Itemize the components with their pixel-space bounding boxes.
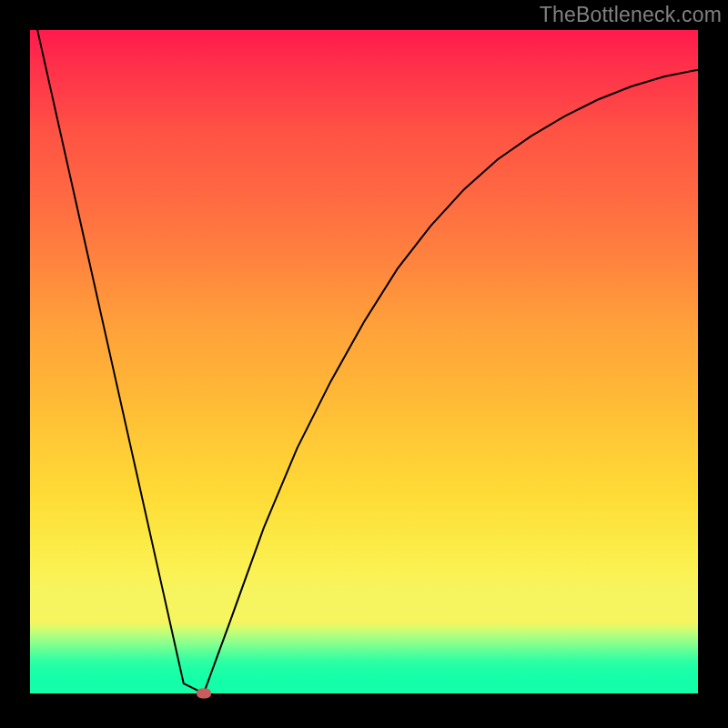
plot-area [30, 30, 698, 693]
watermark-text: TheBottleneck.com [540, 3, 722, 27]
optimum-marker [197, 689, 211, 699]
bottleneck-curve [30, 30, 698, 693]
chart-stage: TheBottleneck.com [0, 0, 728, 728]
curve-path [30, 0, 698, 693]
